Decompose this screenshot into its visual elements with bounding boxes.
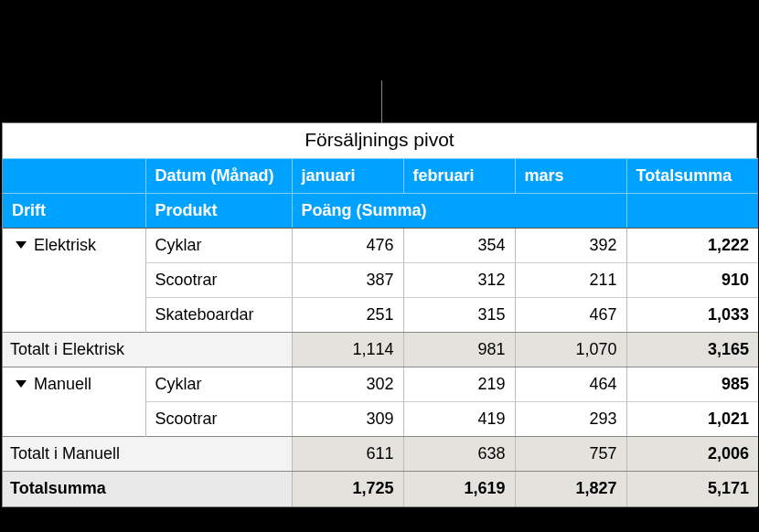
group-toggle-elektrisk[interactable]: Elektrisk	[3, 229, 145, 333]
cell-value[interactable]: 309	[292, 402, 403, 437]
cell-value[interactable]: 219	[403, 367, 515, 402]
grand-total-value[interactable]: 1,619	[403, 472, 515, 506]
subtotal-row-manuell: Totalt i Manuell 611 638 757 2,006	[3, 437, 758, 472]
subtotal-label[interactable]: Totalt i Elektrisk	[3, 333, 292, 367]
pivot-table-container: Försäljnings pivot Datum (Månad) januari…	[2, 122, 757, 507]
subtotal-value[interactable]: 611	[292, 437, 403, 472]
subtotal-value[interactable]: 757	[515, 437, 626, 472]
group-name: Elektrisk	[34, 236, 96, 254]
header-row-field-produkt[interactable]: Produkt	[145, 194, 292, 229]
cell-value[interactable]: 464	[515, 367, 626, 402]
header-blank	[3, 159, 145, 194]
product-label[interactable]: Cyklar	[145, 367, 292, 402]
header-row-fields: Drift Produkt Poäng (Summa)	[3, 194, 758, 229]
pivot-title: Försäljnings pivot	[3, 123, 756, 158]
header-date-field[interactable]: Datum (Månad)	[145, 159, 292, 194]
row-total[interactable]: 1,033	[626, 298, 758, 333]
row-total[interactable]: 910	[626, 263, 758, 298]
cell-value[interactable]: 211	[515, 263, 626, 298]
top-black-region	[0, 0, 759, 80]
subtotal-value[interactable]: 1,114	[292, 333, 403, 367]
cell-value[interactable]: 312	[403, 263, 515, 298]
cell-value[interactable]: 354	[403, 229, 515, 263]
row-total[interactable]: 1,021	[626, 402, 758, 437]
product-label[interactable]: Scootrar	[145, 402, 292, 437]
grand-total-label[interactable]: Totalsumma	[3, 472, 292, 506]
header-month-jan[interactable]: januari	[292, 159, 403, 194]
header-blank-total	[626, 194, 758, 229]
table-row: Elektrisk Cyklar 476 354 392 1,222	[3, 229, 758, 263]
subtotal-row-elektrisk: Totalt i Elektrisk 1,114 981 1,070 3,165	[3, 333, 758, 367]
subtotal-value[interactable]: 1,070	[515, 333, 626, 367]
subtotal-label[interactable]: Totalt i Manuell	[3, 437, 292, 472]
header-row-months: Datum (Månad) januari februari mars Tota…	[3, 159, 758, 194]
cell-value[interactable]: 293	[515, 402, 626, 437]
product-label[interactable]: Cyklar	[145, 229, 292, 263]
grand-total-value[interactable]: 1,725	[292, 472, 403, 506]
cell-value[interactable]: 476	[292, 229, 403, 263]
cell-value[interactable]: 302	[292, 367, 403, 402]
group-toggle-manuell[interactable]: Manuell	[3, 367, 145, 437]
table-row: Manuell Cyklar 302 219 464 985	[3, 367, 758, 402]
header-month-feb[interactable]: februari	[403, 159, 515, 194]
grand-total-row: Totalsumma 1,725 1,619 1,827 5,171	[3, 472, 758, 506]
cell-value[interactable]: 467	[515, 298, 626, 333]
header-row-field-drift[interactable]: Drift	[3, 194, 145, 229]
group-name: Manuell	[34, 375, 91, 393]
product-label[interactable]: Scootrar	[145, 263, 292, 298]
chevron-down-icon	[16, 380, 27, 388]
cell-value[interactable]: 315	[403, 298, 515, 333]
subtotal-total[interactable]: 3,165	[626, 333, 758, 367]
product-label[interactable]: Skateboardar	[145, 298, 292, 333]
grand-grand-total[interactable]: 5,171	[626, 472, 758, 506]
callout-line	[381, 80, 382, 122]
cell-value[interactable]: 419	[403, 402, 515, 437]
cell-value[interactable]: 387	[292, 263, 403, 298]
subtotal-value[interactable]: 981	[403, 333, 515, 367]
pivot-table: Datum (Månad) januari februari mars Tota…	[3, 158, 758, 506]
cell-value[interactable]: 251	[292, 298, 403, 333]
row-total[interactable]: 1,222	[626, 229, 758, 263]
subtotal-value[interactable]: 638	[403, 437, 515, 472]
header-value-field[interactable]: Poäng (Summa)	[292, 194, 626, 229]
grand-total-value[interactable]: 1,827	[515, 472, 626, 506]
chevron-down-icon	[16, 241, 27, 249]
row-total[interactable]: 985	[626, 367, 758, 402]
header-grand-col[interactable]: Totalsumma	[626, 159, 758, 194]
cell-value[interactable]: 392	[515, 229, 626, 263]
header-month-mar[interactable]: mars	[515, 159, 626, 194]
subtotal-total[interactable]: 2,006	[626, 437, 758, 472]
